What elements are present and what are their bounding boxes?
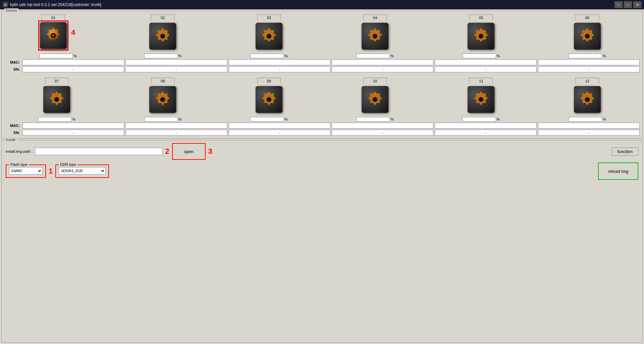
device-slot-02[interactable]: 02 <box>110 14 215 51</box>
device-icon-03[interactable] <box>254 21 284 51</box>
install-path-label: install.img path : <box>6 149 32 153</box>
minimize-button[interactable]: ─ <box>614 1 623 8</box>
ddr-type-label: DDR type <box>59 162 77 166</box>
mac-field-10[interactable] <box>332 123 433 129</box>
app-icon: ⚙ <box>3 2 8 7</box>
progress-pct-11: % <box>497 117 500 121</box>
device-row-1: 01 <box>4 14 640 51</box>
device-icon-01[interactable] <box>38 20 68 51</box>
device-slot-03[interactable]: 03 <box>217 14 321 51</box>
device-slot-08[interactable]: 08 <box>110 78 215 115</box>
device-row-2: 07 08 <box>4 78 640 115</box>
mac-field-02[interactable] <box>125 59 227 65</box>
reload-button[interactable]: reload img <box>598 162 638 180</box>
mac-row-1: MAC: <box>4 59 640 65</box>
sn-field-10[interactable] <box>332 130 433 136</box>
device-icon-05[interactable] <box>466 21 496 51</box>
device-slot-04[interactable]: 04 <box>323 14 427 51</box>
sn-field-01[interactable] <box>22 66 124 72</box>
mac-field-01[interactable] <box>22 59 124 65</box>
flash-type-select[interactable]: EMMC NAND NOR <box>9 167 43 175</box>
gear-icon-06 <box>574 23 601 50</box>
device-icon-12[interactable] <box>572 84 602 115</box>
mac-field-04[interactable] <box>332 59 433 65</box>
install-path-row: install.img path : 2 open 3 function <box>6 143 638 160</box>
progress-bar-08 <box>144 117 178 122</box>
mac-field-09[interactable] <box>229 123 330 129</box>
install-group: Install install.img path : 2 open 3 func… <box>1 140 643 343</box>
device-slot-07[interactable]: 07 <box>4 78 109 115</box>
device-num-09: 09 <box>257 78 281 84</box>
sn-row-1: SN: <box>4 66 640 72</box>
device-icon-02[interactable] <box>148 21 178 51</box>
close-button[interactable]: ✕ <box>633 1 641 8</box>
progress-cell-05: % <box>429 54 533 58</box>
sn-field-02[interactable] <box>125 66 227 72</box>
device-slot-06[interactable]: 06 <box>535 14 640 51</box>
progress-pct-08: % <box>178 117 182 121</box>
annotation-1: 1 <box>49 167 53 176</box>
device-icon-10[interactable] <box>360 84 390 115</box>
progress-bar-05 <box>463 54 496 58</box>
device-num-04: 04 <box>363 14 387 20</box>
progress-pct-12: % <box>603 117 606 121</box>
device-icon-09[interactable] <box>254 84 284 115</box>
sn-field-09[interactable] <box>229 130 330 136</box>
app-title: kylin usb mp tool 0.3.1 ver:204218[custo… <box>10 2 101 7</box>
open-button[interactable]: open <box>172 143 206 160</box>
device-icon-07[interactable] <box>42 84 72 115</box>
title-bar: ⚙ kylin usb mp tool 0.3.1 ver:204218[cus… <box>0 0 644 9</box>
device-group-label: Device <box>4 8 18 12</box>
progress-pct-10: % <box>390 117 394 121</box>
mac-label-2: MAC: <box>4 124 21 128</box>
mac-field-12[interactable] <box>538 123 640 129</box>
device-num-06: 06 <box>576 14 599 20</box>
svg-point-7 <box>55 97 59 102</box>
mac-field-11[interactable] <box>435 123 536 129</box>
function-button[interactable]: function <box>611 147 638 156</box>
sn-field-12[interactable] <box>538 130 640 136</box>
device-slot-09[interactable]: 09 <box>217 78 321 115</box>
mac-field-03[interactable] <box>229 59 330 65</box>
progress-bar-09 <box>250 117 284 122</box>
progress-bar-02 <box>144 54 178 58</box>
gear-icon-09 <box>256 86 282 113</box>
sn-field-06[interactable] <box>538 66 640 72</box>
sn-field-07[interactable] <box>22 130 124 136</box>
svg-point-3 <box>267 34 271 39</box>
device-icon-08[interactable] <box>148 84 178 115</box>
progress-cell-11: % <box>429 117 533 122</box>
svg-point-4 <box>373 34 377 39</box>
restore-button[interactable]: □ <box>624 1 632 8</box>
device-num-05: 05 <box>469 14 493 20</box>
device-slot-12[interactable]: 12 <box>535 78 640 115</box>
device-icon-06[interactable] <box>572 21 602 51</box>
selected-annotation: 4 <box>71 28 75 37</box>
device-icon-11[interactable] <box>466 84 496 115</box>
sn-field-11[interactable] <box>435 130 536 136</box>
progress-bar-10 <box>356 117 390 122</box>
device-slot-05[interactable]: 05 <box>429 14 533 51</box>
progress-pct-09: % <box>284 117 288 121</box>
sn-field-05[interactable] <box>435 66 536 72</box>
svg-point-5 <box>479 34 483 39</box>
progress-cell-08: % <box>110 117 215 122</box>
main-content: Device 01 <box>0 9 644 344</box>
sn-field-04[interactable] <box>332 66 433 72</box>
mac-field-08[interactable] <box>125 123 227 129</box>
gear-icon-11 <box>468 86 494 113</box>
sn-field-08[interactable] <box>125 130 227 136</box>
sn-field-03[interactable] <box>229 66 330 72</box>
install-path-input[interactable] <box>35 148 162 155</box>
device-slot-01[interactable]: 01 <box>4 14 109 51</box>
mac-field-06[interactable] <box>538 59 640 65</box>
device-slot-10[interactable]: 10 <box>323 78 427 115</box>
device-icon-04[interactable] <box>360 21 390 51</box>
ddr-type-select[interactable]: 4DDR4_2GB 2DDR4_1GB DDR3_1GB <box>59 167 106 175</box>
progress-pct-06: % <box>603 54 606 58</box>
device-slot-11[interactable]: 11 <box>429 78 533 115</box>
sn-label-1: SN: <box>4 67 21 71</box>
svg-point-2 <box>161 34 165 39</box>
mac-field-07[interactable] <box>22 123 124 129</box>
mac-field-05[interactable] <box>435 59 536 65</box>
